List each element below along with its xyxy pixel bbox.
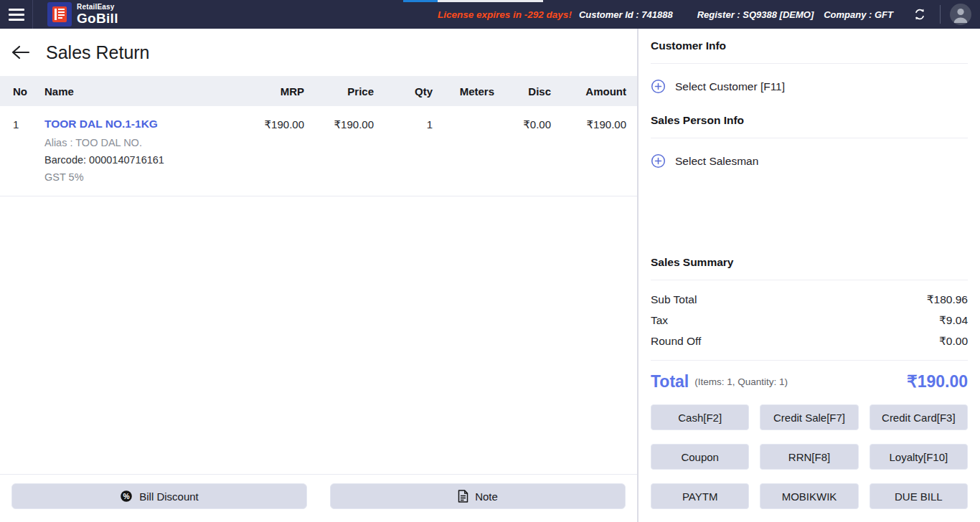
payment-button-mobikwik[interactable]: MOBIKWIK <box>760 483 858 509</box>
total-value: ₹190.00 <box>907 372 968 392</box>
tax-value: ₹9.04 <box>939 310 968 331</box>
item-barcode: Barcode: 0000140716161 <box>44 154 232 166</box>
plus-circle-icon <box>651 79 666 94</box>
refresh-icon[interactable] <box>909 4 930 25</box>
payment-button-due-bill[interactable]: DUE BILL <box>870 483 968 509</box>
note-button[interactable]: Note <box>330 483 626 509</box>
item-qty: 1 <box>374 118 433 130</box>
select-salesman-label: Select Salesman <box>675 155 758 168</box>
brand-name-bottom: GoBill <box>77 11 118 25</box>
payment-button-rrn[interactable]: RRN[F8] <box>760 444 858 470</box>
col-qty: Qty <box>374 85 433 98</box>
col-amount: Amount <box>551 85 626 98</box>
total-label: Total <box>651 372 689 392</box>
tax-label: Tax <box>651 310 668 331</box>
company-label: Company : GFT <box>824 9 893 20</box>
payment-button-coupon[interactable]: Coupon <box>651 444 749 470</box>
subtotal-value: ₹180.96 <box>927 289 968 310</box>
sales-person-heading: Sales Person Info <box>651 114 968 127</box>
topbar-divider <box>940 5 941 24</box>
brand-logo: RetailEasy GoBill <box>47 2 118 27</box>
subtotal-label: Sub Total <box>651 289 697 310</box>
col-price: Price <box>304 85 374 98</box>
receipt-logo-icon <box>47 2 72 27</box>
payment-button-paytm[interactable]: PAYTM <box>651 483 749 509</box>
item-price: ₹190.00 <box>304 118 374 131</box>
col-meters: Meters <box>433 85 494 98</box>
back-arrow-icon[interactable] <box>10 44 30 61</box>
payment-button-loyalty[interactable]: Loyalty[F10] <box>870 444 968 470</box>
checkout-pane: Customer Info Select Customer [F11] Sale… <box>639 29 980 522</box>
svg-text:%: % <box>123 493 130 500</box>
user-avatar-icon[interactable] <box>950 4 971 25</box>
item-name-link[interactable]: TOOR DAL NO.1-1KG <box>44 118 232 130</box>
divider <box>651 280 968 280</box>
col-no: No <box>13 85 44 98</box>
divider <box>651 360 968 361</box>
item-meters <box>433 118 494 118</box>
round-off-label: Round Off <box>651 331 701 351</box>
payment-buttons-grid: Cash[F2] Credit Sale[F7] Credit Card[F3]… <box>651 404 968 509</box>
register-label: Register : SQ9388 [DEMO] <box>697 9 814 20</box>
item-amount: ₹190.00 <box>551 118 626 131</box>
top-bar: RetailEasy GoBill License expires in -29… <box>0 0 980 29</box>
note-label: Note <box>475 490 498 503</box>
items-table-header: No Name MRP Price Qty Meters Disc Amount <box>0 76 637 106</box>
item-no: 1 <box>13 118 44 130</box>
item-mrp: ₹190.00 <box>232 118 304 131</box>
page-title: Sales Return <box>46 42 150 63</box>
payment-button-credit-card[interactable]: Credit Card[F3] <box>870 404 968 430</box>
col-disc: Disc <box>494 85 551 98</box>
select-salesman-button[interactable]: Select Salesman <box>651 153 968 169</box>
sales-summary-heading: Sales Summary <box>651 256 968 269</box>
plus-circle-icon <box>651 153 666 169</box>
bottom-action-bar: % Bill Discount Note <box>0 474 637 522</box>
table-row: 1 TOOR DAL NO.1-1KG Alias : TOO DAL NO. … <box>0 106 637 196</box>
bill-discount-label: Bill Discount <box>139 490 199 503</box>
tax-row: Tax ₹9.04 <box>651 310 968 331</box>
item-disc: ₹0.00 <box>494 118 551 131</box>
subtotal-row: Sub Total ₹180.96 <box>651 289 968 310</box>
col-mrp: MRP <box>232 85 304 98</box>
loading-progress-bar <box>403 0 543 2</box>
col-name: Name <box>44 85 232 98</box>
round-off-value: ₹0.00 <box>939 331 968 351</box>
payment-button-cash[interactable]: Cash[F2] <box>651 404 749 430</box>
brand-name-top: RetailEasy <box>77 4 118 11</box>
license-warning: License expires in -292 days! <box>438 9 572 20</box>
item-gst: GST 5% <box>44 171 232 183</box>
select-customer-button[interactable]: Select Customer [F11] <box>651 79 968 94</box>
divider <box>651 138 968 138</box>
divider <box>651 63 968 64</box>
select-customer-label: Select Customer [F11] <box>675 80 785 93</box>
total-row: Total (Items: 1, Quantity: 1) ₹190.00 <box>651 372 968 392</box>
round-off-row: Round Off ₹0.00 <box>651 331 968 351</box>
note-icon <box>458 490 468 503</box>
customer-id-label: Customer Id : 741888 <box>579 9 673 20</box>
hamburger-menu-icon[interactable] <box>0 0 33 29</box>
sales-return-pane: Sales Return No Name MRP Price Qty Meter… <box>0 29 637 522</box>
percent-badge-icon: % <box>120 490 133 503</box>
item-alias: Alias : TOO DAL NO. <box>44 137 232 148</box>
customer-info-heading: Customer Info <box>651 39 968 52</box>
bill-discount-button[interactable]: % Bill Discount <box>11 483 307 509</box>
total-items-meta: (Items: 1, Quantity: 1) <box>694 376 788 387</box>
payment-button-credit-sale[interactable]: Credit Sale[F7] <box>760 404 858 430</box>
